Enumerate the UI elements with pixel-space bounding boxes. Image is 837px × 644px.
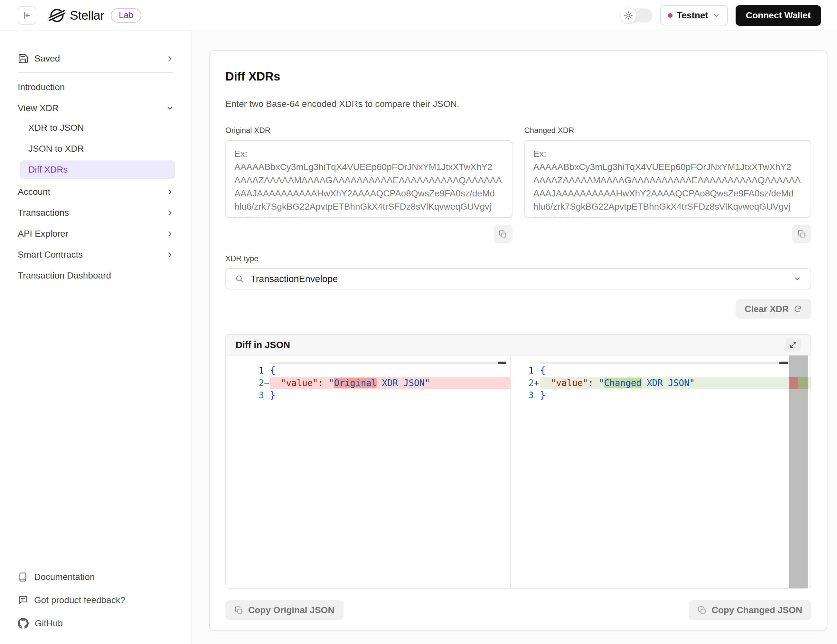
changed-hscrollbar-thumb[interactable] [780, 361, 788, 364]
diff-editor: 1 { 2 − "value": "Original XDR JSON" 3 } [226, 355, 811, 588]
copy-icon [698, 606, 707, 615]
code-token: " [329, 378, 334, 388]
code-token: XDR JSON" [377, 378, 430, 388]
github-icon [18, 618, 29, 629]
original-hscrollbar-thumb[interactable] [498, 361, 506, 364]
expand-diff-button[interactable] [786, 338, 801, 351]
sidebar-item-documentation[interactable]: Documentation [18, 565, 173, 589]
sidebar-item-github[interactable]: GitHub [18, 612, 173, 635]
copy-original-xdr-button[interactable] [494, 225, 512, 243]
collapse-sidebar-button[interactable] [18, 6, 36, 25]
save-icon [18, 53, 29, 64]
sidebar-item-label: GitHub [35, 618, 63, 629]
changed-hscrollbar [540, 361, 788, 364]
sidebar-item-view-xdr[interactable]: View XDR [0, 98, 191, 118]
network-label: Testnet [677, 10, 708, 21]
sidebar-item-xdr-to-json[interactable]: XDR to JSON [20, 118, 175, 137]
code-token: "value" [551, 378, 588, 388]
chevron-right-icon [166, 209, 174, 217]
sidebar-item-label: Introduction [18, 82, 65, 92]
sidebar-item-api-explorer[interactable]: API Explorer [0, 223, 191, 244]
theme-toggle[interactable] [620, 8, 653, 23]
page-title: Diff XDRs [225, 70, 811, 84]
connect-wallet-button[interactable]: Connect Wallet [735, 5, 821, 26]
brand-name: Stellar [70, 8, 104, 23]
sidebar-item-account[interactable]: Account [0, 181, 191, 202]
changed-xdr-column: Changed XDR [524, 126, 812, 243]
theme-knob [620, 7, 637, 23]
diff-overview-ruler[interactable] [789, 355, 808, 588]
sidebar-item-diff-xdrs[interactable]: Diff XDRs [20, 160, 175, 179]
feedback-icon [18, 595, 28, 605]
chevron-right-icon [166, 251, 174, 259]
sidebar-item-transactions[interactable]: Transactions [0, 202, 191, 223]
clear-xdr-label: Clear XDR [745, 304, 789, 314]
diff-footer-buttons: Copy Original JSON Copy Changed JSON [225, 600, 811, 620]
code-token: } [540, 390, 546, 400]
sidebar-item-label: API Explorer [18, 228, 68, 239]
diff-changed-pane[interactable]: 1 { 2 + "value": "Changed XDR JSON" 3 } [511, 355, 811, 588]
chevron-down-icon [166, 104, 174, 112]
xdr-type-select[interactable]: TransactionEnvelope [225, 268, 811, 289]
xdr-type-label: XDR type [225, 254, 811, 263]
sidebar-item-label: JSON to XDR [28, 144, 84, 154]
line-number: 2 [226, 377, 264, 389]
copy-icon [798, 230, 806, 238]
sidebar-item-feedback[interactable]: Got product feedback? [18, 589, 173, 612]
xdr-inputs-grid: Original XDR Changed XDR [225, 126, 811, 243]
changed-xdr-input[interactable] [524, 140, 812, 218]
xdr-type-value: TransactionEnvelope [251, 274, 787, 284]
network-select[interactable]: Testnet [660, 5, 728, 25]
stellar-logo-icon [49, 7, 66, 24]
sidebar-item-transaction-dashboard[interactable]: Transaction Dashboard [0, 265, 191, 286]
sidebar: Saved Introduction View XDR XDR to JSON … [0, 31, 192, 644]
line-number: 1 [511, 364, 534, 377]
sun-icon [624, 11, 633, 20]
copy-changed-json-label: Copy Changed JSON [711, 605, 802, 615]
code-token: " [599, 378, 604, 388]
diff-xdrs-card: Diff XDRs Enter two Base-64 encoded XDRs… [209, 50, 827, 631]
sidebar-item-saved[interactable]: Saved [0, 48, 191, 69]
refresh-icon [794, 305, 802, 313]
sidebar-item-json-to-xdr[interactable]: JSON to XDR [20, 140, 175, 158]
original-hscrollbar [270, 361, 506, 364]
main-content: Diff XDRs Enter two Base-64 encoded XDRs… [192, 31, 837, 644]
app-header: Stellar Lab Testnet Connect Wallet [0, 0, 837, 31]
diff-changed-word: Changed [604, 378, 642, 388]
sidebar-item-label: Transactions [18, 208, 69, 218]
copy-changed-xdr-button[interactable] [792, 225, 811, 243]
book-icon [18, 572, 28, 582]
ruler-inserted-mark [798, 377, 808, 389]
changed-xdr-label: Changed XDR [524, 126, 812, 135]
code-line: 3 } [226, 389, 510, 401]
diff-original-pane[interactable]: 1 { 2 − "value": "Original XDR JSON" 3 } [226, 355, 510, 588]
diff-json-header: Diff in JSON [226, 335, 811, 355]
code-token: XDR JSON" [642, 378, 695, 388]
sidebar-footer: Documentation Got product feedback? GitH… [0, 565, 191, 635]
sidebar-item-label: Documentation [34, 572, 95, 582]
sidebar-item-label: Transaction Dashboard [18, 271, 111, 281]
sidebar-item-introduction[interactable]: Introduction [0, 77, 191, 98]
page-description: Enter two Base-64 encoded XDRs to compar… [225, 99, 811, 109]
code-line: 3 } [511, 389, 811, 401]
copy-original-json-label: Copy Original JSON [248, 605, 335, 615]
chevron-right-icon [166, 188, 174, 196]
copy-icon [498, 230, 507, 238]
original-xdr-input[interactable] [225, 140, 512, 218]
code-token: } [270, 390, 276, 400]
chevron-right-icon [166, 54, 174, 63]
code-token: { [540, 365, 546, 375]
sidebar-item-label: Got product feedback? [34, 595, 125, 605]
code-line: 1 { [511, 364, 811, 377]
brand[interactable]: Stellar Lab [49, 7, 141, 24]
copy-icon [235, 606, 243, 615]
original-xdr-column: Original XDR [225, 126, 512, 243]
clear-xdr-button[interactable]: Clear XDR [735, 299, 811, 319]
sidebar-item-label: View XDR [18, 103, 59, 113]
sidebar-item-smart-contracts[interactable]: Smart Contracts [0, 244, 191, 265]
code-token: { [270, 365, 276, 375]
collapse-sidebar-icon [23, 11, 31, 20]
copy-changed-json-button[interactable]: Copy Changed JSON [689, 600, 811, 620]
line-number: 3 [511, 389, 534, 401]
copy-original-json-button[interactable]: Copy Original JSON [225, 600, 343, 620]
